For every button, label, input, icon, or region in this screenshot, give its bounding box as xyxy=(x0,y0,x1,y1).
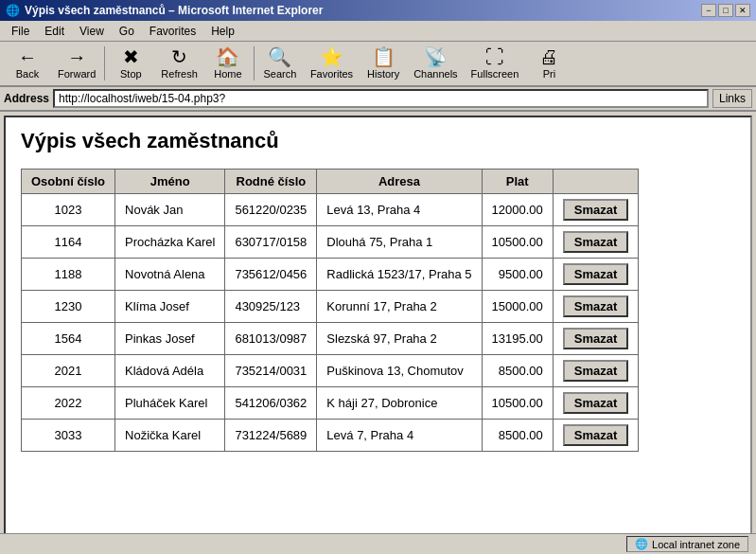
table-row: 1230Klíma Josef430925/123Korunní 17, Pra… xyxy=(22,291,639,323)
history-label: History xyxy=(367,68,399,80)
toolbar-history-button[interactable]: 📋History xyxy=(360,43,407,84)
menu-item-view[interactable]: View xyxy=(72,23,112,39)
menu-item-file[interactable]: File xyxy=(4,23,37,39)
window-title: Výpis všech zaměstnanců – Microsoft Inte… xyxy=(25,4,323,17)
refresh-label: Refresh xyxy=(161,68,198,80)
menu-bar: FileEditViewGoFavoritesHelp xyxy=(0,21,756,42)
fullscreen-icon: ⛶ xyxy=(485,47,504,66)
table-header: Osobní číslo xyxy=(22,170,115,194)
home-icon: 🏠 xyxy=(216,47,239,66)
favorites-icon: ⭐ xyxy=(320,47,343,66)
table-cell: Levá 13, Praha 4 xyxy=(317,194,482,226)
address-input[interactable] xyxy=(53,89,709,108)
table-cell: 541206/0362 xyxy=(225,387,317,420)
links-button[interactable]: Links xyxy=(712,89,752,108)
toolbar-fullscreen-button[interactable]: ⛶Fullscreen xyxy=(465,43,526,84)
table-cell: 15000.00 xyxy=(482,291,553,323)
refresh-icon: ↻ xyxy=(171,47,187,66)
home-label: Home xyxy=(214,68,241,80)
smazat-button[interactable]: Smazat xyxy=(563,199,629,221)
table-row: 1023Novák Jan561220/0235Levá 13, Praha 4… xyxy=(22,194,639,226)
table-cell-action: Smazat xyxy=(553,355,639,387)
table-cell-action: Smazat xyxy=(553,387,639,420)
table-cell: 10500.00 xyxy=(482,226,553,259)
stop-icon: ✖ xyxy=(123,47,139,66)
table-cell: 3033 xyxy=(22,420,115,452)
table-cell: Levá 7, Praha 4 xyxy=(317,420,482,452)
table-cell-action: Smazat xyxy=(553,226,639,259)
employees-table: Osobní čísloJménoRodné čísloAdresaPlat 1… xyxy=(21,169,639,452)
maximize-button[interactable]: □ xyxy=(718,4,733,17)
table-cell: Korunní 17, Praha 2 xyxy=(317,291,482,323)
table-row: 3033Nožička Karel731224/5689Levá 7, Prah… xyxy=(22,420,639,452)
table-row: 1164Procházka Karel630717/0158Dlouhá 75,… xyxy=(22,226,639,259)
table-cell: 2021 xyxy=(22,355,115,387)
toolbar-separator xyxy=(104,46,105,80)
table-cell: Dlouhá 75, Praha 1 xyxy=(317,226,482,259)
menu-item-help[interactable]: Help xyxy=(203,23,242,39)
table-cell: K háji 27, Dobronice xyxy=(317,387,482,420)
toolbar-channels-button[interactable]: 📡Channels xyxy=(407,43,464,84)
table-cell: Klíma Josef xyxy=(115,291,225,323)
table-cell: 430925/123 xyxy=(225,291,317,323)
forward-label: Forward xyxy=(58,68,96,80)
status-zone: 🌐 Local intranet zone xyxy=(626,536,748,550)
table-cell: 630717/0158 xyxy=(225,226,317,259)
favorites-label: Favorites xyxy=(310,68,353,80)
table-cell: Slezská 97, Praha 2 xyxy=(317,323,482,355)
table-cell: Puškinova 13, Chomutov xyxy=(317,355,482,387)
address-bar: Address Links xyxy=(0,87,756,112)
table-cell: 2022 xyxy=(22,387,115,420)
main-content: Výpis všech zaměstnanců Osobní čísloJmén… xyxy=(4,116,752,546)
history-icon: 📋 xyxy=(372,47,396,66)
table-cell: 1023 xyxy=(22,194,115,226)
toolbar-forward-button[interactable]: →Forward xyxy=(51,43,102,84)
table-row: 2022Pluháček Karel541206/0362K háji 27, … xyxy=(22,387,639,420)
table-cell-action: Smazat xyxy=(553,420,639,452)
table-cell: 13195.00 xyxy=(482,323,553,355)
menu-item-edit[interactable]: Edit xyxy=(37,23,72,39)
menu-item-go[interactable]: Go xyxy=(112,23,142,39)
zone-label: Local intranet zone xyxy=(652,539,740,550)
table-header: Adresa xyxy=(317,170,482,194)
smazat-button[interactable]: Smazat xyxy=(563,295,629,317)
toolbar-stop-button[interactable]: ✖Stop xyxy=(107,43,154,84)
toolbar-favorites-button[interactable]: ⭐Favorites xyxy=(304,43,360,84)
table-cell: 731224/5689 xyxy=(225,420,317,452)
app-icon: 🌐 xyxy=(6,4,20,17)
table-cell: 735214/0031 xyxy=(225,355,317,387)
table-header: Rodné číslo xyxy=(225,170,317,194)
toolbar-back-button[interactable]: ←Back xyxy=(4,43,51,84)
smazat-button[interactable]: Smazat xyxy=(563,263,629,285)
table-cell-action: Smazat xyxy=(553,291,639,323)
smazat-button[interactable]: Smazat xyxy=(563,231,629,253)
table-cell: 12000.00 xyxy=(482,194,553,226)
table-cell: 1188 xyxy=(22,259,115,291)
smazat-button[interactable]: Smazat xyxy=(563,424,629,446)
toolbar-print-button[interactable]: 🖨Pri xyxy=(525,43,572,84)
table-cell: Radlická 1523/17, Praha 5 xyxy=(317,259,482,291)
table-cell-action: Smazat xyxy=(553,194,639,226)
toolbar-search-button[interactable]: 🔍Search xyxy=(256,43,304,84)
smazat-button[interactable]: Smazat xyxy=(563,392,629,414)
table-cell: 1230 xyxy=(22,291,115,323)
smazat-button[interactable]: Smazat xyxy=(563,360,629,382)
table-cell: 9500.00 xyxy=(482,259,553,291)
menu-item-favorites[interactable]: Favorites xyxy=(142,23,203,39)
close-button[interactable]: ✕ xyxy=(735,4,750,17)
search-icon: 🔍 xyxy=(268,47,291,66)
toolbar-home-button[interactable]: 🏠Home xyxy=(204,43,252,84)
table-cell: 1164 xyxy=(22,226,115,259)
smazat-button[interactable]: Smazat xyxy=(563,328,629,349)
print-icon: 🖨 xyxy=(539,47,558,66)
toolbar: ←Back→Forward✖Stop↻Refresh🏠Home🔍Search⭐F… xyxy=(0,42,756,87)
table-cell: Kládová Adéla xyxy=(115,355,225,387)
table-header: Plat xyxy=(482,170,553,194)
toolbar-refresh-button[interactable]: ↻Refresh xyxy=(154,43,204,84)
table-cell: 735612/0456 xyxy=(225,259,317,291)
table-cell-action: Smazat xyxy=(553,323,639,355)
table-cell: Nožička Karel xyxy=(115,420,225,452)
table-row: 1188Novotná Alena735612/0456Radlická 152… xyxy=(22,259,639,291)
minimize-button[interactable]: − xyxy=(701,4,716,17)
stop-label: Stop xyxy=(120,68,142,80)
